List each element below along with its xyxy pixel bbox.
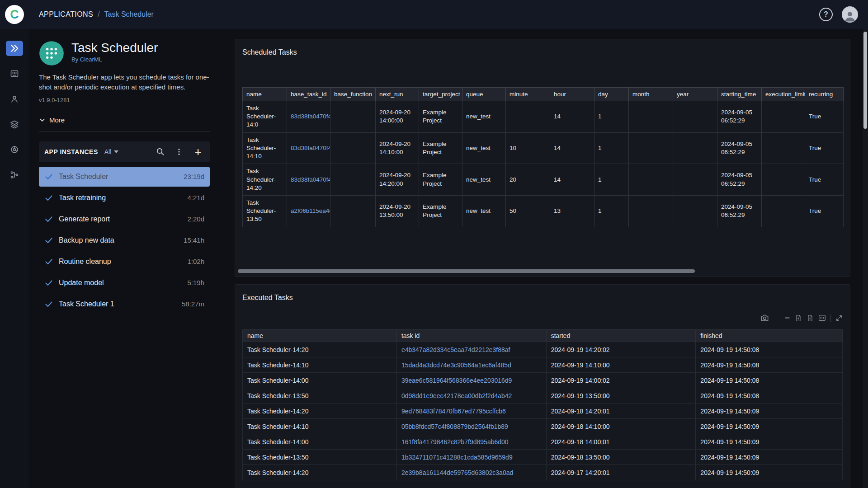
column-header: finished: [696, 330, 843, 342]
table-row: Task Scheduler-14:1083d38fa0470f4b2024-0…: [243, 132, 844, 164]
check-icon: [44, 193, 53, 202]
app-instances-list: Task Scheduler23:19dTask retraining4:21d…: [39, 167, 210, 314]
task-id-link[interactable]: 15dad4a3dcd74e3c90564a1ec6af485d: [396, 357, 546, 373]
embed-code-icon[interactable]: [818, 314, 826, 322]
app-instance-item[interactable]: Routine cleanup1:02h: [39, 252, 210, 272]
task-id-link[interactable]: 0d98dd1e9eec42178ea00db2f2d4ab42: [396, 388, 546, 404]
table-cell: [330, 164, 376, 196]
table-cell: 14: [550, 132, 594, 164]
app-instance-item[interactable]: Backup new data15:41h: [39, 230, 210, 250]
sidenav-datasets[interactable]: [6, 117, 23, 132]
breadcrumb-current: Task Scheduler: [104, 10, 154, 19]
table-cell: [762, 101, 805, 133]
table-cell: Task Scheduler-14:20: [243, 465, 397, 480]
app-instance-item[interactable]: Task retraining4:21d: [39, 188, 210, 208]
side-nav: [0, 29, 29, 488]
task-id-link[interactable]: 83d38fa0470f4b: [287, 164, 330, 196]
task-id-link[interactable]: 161f8fa41798462c82b7f9d895ab6d00: [396, 434, 546, 450]
column-header: month: [629, 88, 673, 101]
instance-duration: 23:19d: [184, 173, 204, 180]
table-row: Task Scheduler-13:50a2f06b115ea4e2024-09…: [243, 195, 844, 227]
instance-duration: 5:19h: [187, 279, 204, 286]
table-cell: 14: [550, 101, 594, 133]
sidenav-projects[interactable]: [6, 66, 23, 81]
table-cell: Task Scheduler-14:10: [243, 357, 397, 373]
column-header: name: [243, 330, 397, 342]
task-id-link[interactable]: 05bb8fdcd57c4f808879bd2564fb1b89: [396, 419, 546, 434]
table-cell: 2024-09-18 14:10:00: [546, 419, 696, 434]
scheduled-table-head: namebase_task_idbase_functionnext_runtar…: [243, 88, 844, 101]
table-cell: [330, 101, 376, 133]
task-id-link[interactable]: a2f06b115ea4e: [287, 195, 330, 227]
task-id-link[interactable]: 9ed768483f78470fb67ed7795ccffcb6: [396, 404, 546, 419]
user-avatar[interactable]: [842, 6, 858, 23]
table-cell: [330, 132, 376, 164]
check-icon: [44, 300, 53, 309]
table-cell: Task Scheduler-14:10: [243, 419, 397, 434]
table-row: Task Scheduler-14:202e39b8a161144de59765…: [243, 465, 843, 480]
app-instance-item[interactable]: Generate report2:20d: [39, 209, 210, 229]
app-instance-item[interactable]: Task Scheduler 158:27m: [39, 294, 210, 314]
task-id-link[interactable]: 83d38fa0470f4b: [287, 132, 330, 164]
table-row: Task Scheduler-13:500d98dd1e9eec42178ea0…: [243, 388, 843, 404]
download-file-icon[interactable]: [795, 314, 802, 322]
table-cell: [673, 132, 717, 164]
executed-table-body: Task Scheduler-14:20e4b347a82d334c5eaa74…: [243, 342, 843, 480]
table-cell: new_test: [462, 164, 506, 196]
task-id-link[interactable]: 1b324711071c41288c1cda585d9659d9: [396, 450, 546, 465]
task-id-link[interactable]: 39eae6c581964f568366e4ee203016d9: [396, 373, 546, 388]
search-icon[interactable]: [154, 145, 166, 158]
byline-link[interactable]: By ClearML: [71, 56, 102, 63]
app-instance-item[interactable]: Task Scheduler23:19d: [39, 167, 210, 187]
kebab-menu-icon[interactable]: [173, 145, 185, 158]
minus-icon[interactable]: [784, 315, 790, 321]
table-cell: Task Scheduler-14:00: [243, 434, 397, 450]
column-header: started: [546, 330, 696, 342]
horizontal-scrollbar[interactable]: [238, 269, 847, 273]
app-version: v1.9.0-1281: [39, 97, 210, 103]
task-id-link[interactable]: 2e39b8a161144de59765d63802c3a0ad: [396, 465, 546, 480]
app-instance-item[interactable]: Update model5:19h: [39, 273, 210, 293]
scheduled-table-body: Task Scheduler-14:083d38fa0470f4b2024-09…: [243, 101, 844, 227]
column-header: year: [673, 88, 717, 101]
table-cell: Task Scheduler-14:20: [243, 404, 397, 419]
toolbar-divider: [830, 314, 831, 322]
sidenav-pipelines[interactable]: [6, 167, 23, 183]
instance-name: Task Scheduler 1: [59, 300, 114, 308]
instances-filter-dropdown[interactable]: All: [104, 148, 119, 155]
clearml-logo[interactable]: C: [5, 5, 24, 24]
table-cell: 2024-09-19 14:50:08: [696, 342, 843, 357]
table-cell: True: [805, 132, 844, 164]
task-id-link[interactable]: e4b347a82d334c5eaa74d2212e3f88af: [396, 342, 546, 357]
plus-icon[interactable]: +: [192, 145, 204, 158]
task-id-link[interactable]: 83d38fa0470f4b: [287, 101, 330, 133]
sidenav-applications[interactable]: [6, 41, 23, 56]
table-cell: 2024-09-19 14:50:08: [696, 373, 843, 388]
table-cell: 10: [506, 132, 550, 164]
table-cell: [629, 132, 673, 164]
check-icon: [44, 278, 53, 287]
more-label: More: [49, 116, 65, 124]
datasets-icon: [10, 120, 19, 129]
table-row: Task Scheduler-14:20e4b347a82d334c5eaa74…: [243, 342, 843, 357]
more-toggle[interactable]: More: [39, 116, 65, 124]
breadcrumb-applications[interactable]: APPLICATIONS: [39, 10, 93, 19]
table-cell: 50: [506, 195, 550, 227]
table-cell: 2024-09-19 13:50:00: [546, 388, 696, 404]
help-icon[interactable]: ?: [819, 8, 833, 21]
main-content: Scheduled Tasks namebase_task_idbase_fun…: [235, 29, 868, 488]
vertical-scrollbar[interactable]: [863, 29, 868, 488]
sidenav-reports[interactable]: [6, 142, 23, 157]
table-cell: 13: [550, 195, 594, 227]
vertical-scrollbar-thumb[interactable]: [863, 32, 867, 129]
scheduled-tasks-card: Scheduled Tasks namebase_task_idbase_fun…: [235, 39, 850, 277]
horizontal-scrollbar-thumb[interactable]: [238, 269, 695, 273]
table-cell: 2024-09-17 14:20:01: [546, 465, 696, 480]
sidenav-workers[interactable]: [6, 91, 23, 107]
download-csv-icon[interactable]: [807, 314, 814, 322]
clearml-logo-icon: C: [10, 9, 19, 21]
camera-icon[interactable]: [760, 314, 769, 322]
expand-icon[interactable]: [835, 314, 843, 322]
app-details-panel: Task Scheduler By ClearML The Task Sched…: [29, 29, 235, 488]
scheduled-tasks-table: namebase_task_idbase_functionnext_runtar…: [242, 87, 844, 227]
